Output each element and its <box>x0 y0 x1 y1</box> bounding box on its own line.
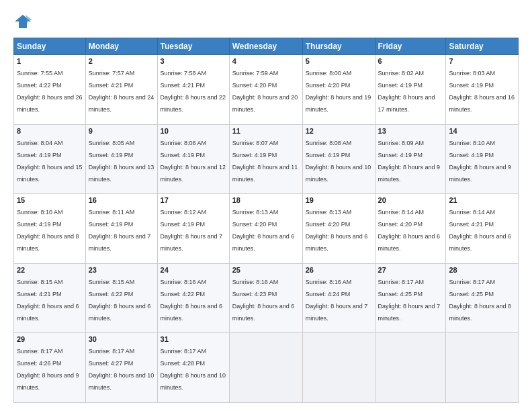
day-number: 4 <box>232 57 300 65</box>
calendar-cell: 4Sunrise: 7:59 AMSunset: 4:20 PMDaylight… <box>229 55 302 125</box>
calendar-cell: 28Sunrise: 8:17 AMSunset: 4:25 PMDayligh… <box>446 263 519 333</box>
calendar-cell: 10Sunrise: 8:06 AMSunset: 4:19 PMDayligh… <box>157 124 229 194</box>
calendar-cell: 13Sunrise: 8:09 AMSunset: 4:19 PMDayligh… <box>375 124 446 194</box>
calendar-cell: 19Sunrise: 8:13 AMSunset: 4:20 PMDayligh… <box>302 194 375 264</box>
day-number: 21 <box>449 196 515 204</box>
svg-marker-0 <box>15 15 31 28</box>
weekday-header: Wednesday <box>229 38 302 55</box>
calendar-cell: 12Sunrise: 8:08 AMSunset: 4:19 PMDayligh… <box>302 124 375 194</box>
day-info: Sunrise: 8:14 AMSunset: 4:20 PMDaylight:… <box>378 209 441 252</box>
day-number: 20 <box>378 196 443 204</box>
day-info: Sunrise: 8:04 AMSunset: 4:19 PMDaylight:… <box>17 140 83 183</box>
day-number: 24 <box>161 266 226 274</box>
calendar-cell <box>375 333 446 403</box>
day-info: Sunrise: 8:17 AMSunset: 4:25 PMDaylight:… <box>449 279 511 322</box>
calendar-cell <box>229 333 302 403</box>
logo <box>13 12 34 31</box>
calendar-cell: 2Sunrise: 7:57 AMSunset: 4:21 PMDaylight… <box>85 55 157 125</box>
day-info: Sunrise: 8:03 AMSunset: 4:19 PMDaylight:… <box>449 70 515 113</box>
day-number: 13 <box>378 127 443 135</box>
day-info: Sunrise: 8:09 AMSunset: 4:19 PMDaylight:… <box>378 140 441 183</box>
day-number: 27 <box>378 266 443 274</box>
calendar-cell: 29Sunrise: 8:17 AMSunset: 4:26 PMDayligh… <box>14 333 86 403</box>
day-info: Sunrise: 8:16 AMSunset: 4:23 PMDaylight:… <box>232 279 295 322</box>
page-header <box>13 12 519 31</box>
calendar-table: SundayMondayTuesdayWednesdayThursdayFrid… <box>13 38 519 403</box>
day-number: 12 <box>306 127 372 135</box>
calendar-cell: 3Sunrise: 7:58 AMSunset: 4:21 PMDaylight… <box>157 55 229 125</box>
calendar-cell: 26Sunrise: 8:16 AMSunset: 4:24 PMDayligh… <box>302 263 375 333</box>
day-number: 14 <box>449 127 515 135</box>
calendar-cell: 6Sunrise: 8:02 AMSunset: 4:19 PMDaylight… <box>375 55 446 125</box>
calendar-cell: 1Sunrise: 7:55 AMSunset: 4:22 PMDaylight… <box>14 55 86 125</box>
calendar-cell <box>302 333 375 403</box>
day-number: 29 <box>17 335 83 343</box>
weekday-header: Monday <box>85 38 157 55</box>
calendar-cell: 11Sunrise: 8:07 AMSunset: 4:19 PMDayligh… <box>229 124 302 194</box>
calendar-cell: 31Sunrise: 8:17 AMSunset: 4:28 PMDayligh… <box>157 333 229 403</box>
day-number: 7 <box>449 57 515 65</box>
day-info: Sunrise: 8:12 AMSunset: 4:19 PMDaylight:… <box>161 209 223 252</box>
calendar-cell: 8Sunrise: 8:04 AMSunset: 4:19 PMDaylight… <box>14 124 86 194</box>
logo-icon <box>13 12 32 31</box>
day-info: Sunrise: 7:55 AMSunset: 4:22 PMDaylight:… <box>17 70 83 113</box>
day-info: Sunrise: 8:00 AMSunset: 4:20 PMDaylight:… <box>306 70 371 113</box>
calendar-cell: 16Sunrise: 8:11 AMSunset: 4:19 PMDayligh… <box>85 194 157 264</box>
weekday-header: Friday <box>375 38 446 55</box>
weekday-header: Thursday <box>302 38 375 55</box>
day-info: Sunrise: 8:15 AMSunset: 4:21 PMDaylight:… <box>17 279 79 322</box>
day-info: Sunrise: 8:02 AMSunset: 4:19 PMDaylight:… <box>378 70 435 113</box>
calendar-cell <box>446 333 519 403</box>
weekday-header: Sunday <box>14 38 86 55</box>
day-number: 2 <box>89 57 154 65</box>
calendar-cell: 23Sunrise: 8:15 AMSunset: 4:22 PMDayligh… <box>85 263 157 333</box>
weekday-header: Tuesday <box>157 38 229 55</box>
day-number: 16 <box>89 196 154 204</box>
calendar-cell: 27Sunrise: 8:17 AMSunset: 4:25 PMDayligh… <box>375 263 446 333</box>
day-number: 23 <box>89 266 154 274</box>
day-number: 8 <box>17 127 83 135</box>
day-number: 11 <box>232 127 300 135</box>
day-number: 9 <box>89 127 154 135</box>
calendar-cell: 30Sunrise: 8:17 AMSunset: 4:27 PMDayligh… <box>85 333 157 403</box>
day-info: Sunrise: 7:57 AMSunset: 4:21 PMDaylight:… <box>89 70 154 113</box>
day-number: 25 <box>232 266 300 274</box>
day-info: Sunrise: 8:17 AMSunset: 4:25 PMDaylight:… <box>378 279 441 322</box>
day-number: 18 <box>232 196 300 204</box>
calendar-body: 1Sunrise: 7:55 AMSunset: 4:22 PMDaylight… <box>14 55 519 403</box>
calendar-cell: 9Sunrise: 8:05 AMSunset: 4:19 PMDaylight… <box>85 124 157 194</box>
calendar-cell: 7Sunrise: 8:03 AMSunset: 4:19 PMDaylight… <box>446 55 519 125</box>
day-info: Sunrise: 8:17 AMSunset: 4:27 PMDaylight:… <box>89 348 154 391</box>
day-info: Sunrise: 7:59 AMSunset: 4:20 PMDaylight:… <box>232 70 298 113</box>
day-info: Sunrise: 8:05 AMSunset: 4:19 PMDaylight:… <box>89 140 154 183</box>
day-info: Sunrise: 8:08 AMSunset: 4:19 PMDaylight:… <box>306 140 371 183</box>
day-info: Sunrise: 8:17 AMSunset: 4:28 PMDaylight:… <box>161 348 226 391</box>
calendar-cell: 14Sunrise: 8:10 AMSunset: 4:19 PMDayligh… <box>446 124 519 194</box>
day-number: 22 <box>17 266 83 274</box>
day-number: 19 <box>306 196 372 204</box>
day-info: Sunrise: 8:16 AMSunset: 4:22 PMDaylight:… <box>161 279 223 322</box>
day-number: 5 <box>306 57 372 65</box>
calendar-header-row: SundayMondayTuesdayWednesdayThursdayFrid… <box>14 38 519 55</box>
day-info: Sunrise: 8:14 AMSunset: 4:21 PMDaylight:… <box>449 209 511 252</box>
day-number: 26 <box>306 266 372 274</box>
calendar-cell: 5Sunrise: 8:00 AMSunset: 4:20 PMDaylight… <box>302 55 375 125</box>
day-number: 1 <box>17 57 83 65</box>
day-info: Sunrise: 8:15 AMSunset: 4:22 PMDaylight:… <box>89 279 151 322</box>
day-number: 3 <box>161 57 226 65</box>
calendar-cell: 22Sunrise: 8:15 AMSunset: 4:21 PMDayligh… <box>14 263 86 333</box>
calendar-cell: 21Sunrise: 8:14 AMSunset: 4:21 PMDayligh… <box>446 194 519 264</box>
calendar-cell: 15Sunrise: 8:10 AMSunset: 4:19 PMDayligh… <box>14 194 86 264</box>
day-info: Sunrise: 8:06 AMSunset: 4:19 PMDaylight:… <box>161 140 226 183</box>
day-info: Sunrise: 8:13 AMSunset: 4:20 PMDaylight:… <box>306 209 368 252</box>
day-info: Sunrise: 8:10 AMSunset: 4:19 PMDaylight:… <box>449 140 511 183</box>
day-number: 10 <box>161 127 226 135</box>
weekday-header: Saturday <box>446 38 519 55</box>
day-info: Sunrise: 8:10 AMSunset: 4:19 PMDaylight:… <box>17 209 79 252</box>
day-info: Sunrise: 8:07 AMSunset: 4:19 PMDaylight:… <box>232 140 298 183</box>
calendar-cell: 17Sunrise: 8:12 AMSunset: 4:19 PMDayligh… <box>157 194 229 264</box>
calendar-cell: 20Sunrise: 8:14 AMSunset: 4:20 PMDayligh… <box>375 194 446 264</box>
day-info: Sunrise: 8:11 AMSunset: 4:19 PMDaylight:… <box>89 209 151 252</box>
day-info: Sunrise: 8:16 AMSunset: 4:24 PMDaylight:… <box>306 279 368 322</box>
day-info: Sunrise: 8:13 AMSunset: 4:20 PMDaylight:… <box>232 209 295 252</box>
